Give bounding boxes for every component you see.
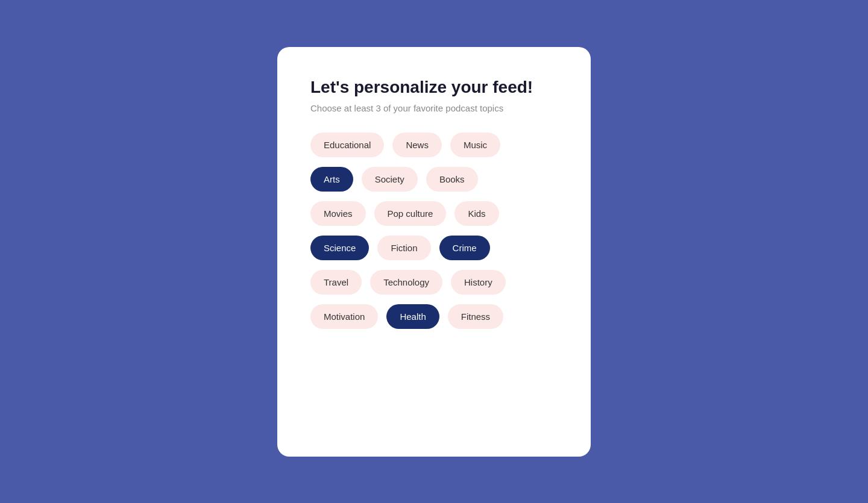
- topics-row-4: TravelTechnologyHistory: [310, 270, 558, 295]
- topic-chip-society[interactable]: Society: [362, 167, 418, 192]
- topic-chip-travel[interactable]: Travel: [310, 270, 362, 295]
- topic-chip-books[interactable]: Books: [426, 167, 478, 192]
- topic-chip-fiction[interactable]: Fiction: [377, 236, 430, 260]
- card-title: Let's personalize your feed!: [310, 77, 558, 98]
- topic-chip-science[interactable]: Science: [310, 236, 369, 260]
- topic-chip-pop-culture[interactable]: Pop culture: [374, 201, 447, 226]
- topic-chip-history[interactable]: History: [451, 270, 506, 295]
- topic-chip-educational[interactable]: Educational: [310, 133, 384, 157]
- personalize-card: Let's personalize your feed! Choose at l…: [277, 47, 591, 457]
- topics-row-5: MotivationHealthFitness: [310, 304, 558, 329]
- topic-chip-motivation[interactable]: Motivation: [310, 304, 378, 329]
- topic-chip-arts[interactable]: Arts: [310, 167, 353, 192]
- topic-chip-movies[interactable]: Movies: [310, 201, 366, 226]
- topics-row-2: MoviesPop cultureKids: [310, 201, 558, 226]
- topic-chip-crime[interactable]: Crime: [439, 236, 490, 260]
- topics-grid: EducationalNewsMusicArtsSocietyBooksMovi…: [310, 133, 558, 329]
- topic-chip-news[interactable]: News: [392, 133, 442, 157]
- topic-chip-music[interactable]: Music: [450, 133, 500, 157]
- topic-chip-fitness[interactable]: Fitness: [448, 304, 503, 329]
- topics-row-1: ArtsSocietyBooks: [310, 167, 558, 192]
- topic-chip-health[interactable]: Health: [386, 304, 439, 329]
- topic-chip-technology[interactable]: Technology: [370, 270, 442, 295]
- topics-row-0: EducationalNewsMusic: [310, 133, 558, 157]
- topics-row-3: ScienceFictionCrime: [310, 236, 558, 260]
- topic-chip-kids[interactable]: Kids: [454, 201, 498, 226]
- card-subtitle: Choose at least 3 of your favorite podca…: [310, 103, 558, 113]
